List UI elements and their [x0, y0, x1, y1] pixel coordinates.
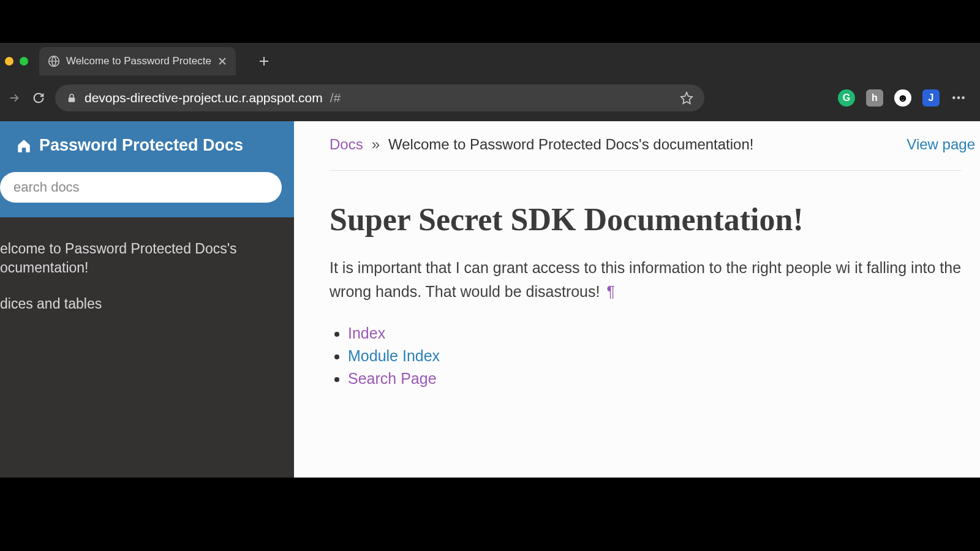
sidebar-nav: elcome to Password Protected Docs's ocum…	[0, 217, 294, 318]
sidebar-item-welcome[interactable]: elcome to Password Protected Docs's ocum…	[0, 236, 287, 282]
link-list: Index Module Index Search Page	[330, 322, 980, 390]
maximize-button[interactable]	[20, 57, 28, 66]
url-host: devops-directive-project.uc.r.appspot.co…	[85, 91, 323, 105]
close-icon[interactable]	[217, 56, 227, 66]
breadcrumb: Docs » Welcome to Password Protected Doc…	[330, 136, 980, 153]
extension-grammarly-icon[interactable]: G	[838, 89, 855, 107]
breadcrumb-separator: »	[372, 136, 380, 153]
view-page-source-link[interactable]: View page	[907, 136, 980, 153]
sidebar-item-indices[interactable]: dices and tables	[0, 291, 287, 318]
reload-icon	[32, 91, 45, 105]
breadcrumb-root[interactable]: Docs	[330, 136, 363, 153]
lock-icon	[66, 92, 77, 103]
sidebar: Password Protected Docs elcome to Passwo…	[0, 121, 294, 478]
breadcrumb-current: Welcome to Password Protected Docs's doc…	[388, 136, 753, 153]
window-controls	[0, 57, 39, 66]
reload-button[interactable]	[31, 90, 47, 106]
module-index-link[interactable]: Module Index	[348, 347, 440, 364]
tab-bar: Welcome to Password Protecte	[0, 43, 980, 80]
star-icon[interactable]	[680, 91, 693, 105]
toolbar: devops-directive-project.uc.r.appspot.co…	[0, 80, 980, 116]
arrow-right-icon	[7, 91, 21, 105]
extension-j-icon[interactable]: J	[922, 89, 940, 107]
list-item: Module Index	[348, 345, 980, 367]
sidebar-header: Password Protected Docs	[0, 121, 294, 172]
index-link[interactable]: Index	[348, 324, 385, 342]
more-extensions-icon[interactable]: •••	[951, 89, 968, 107]
sidebar-title-link[interactable]: Password Protected Docs	[16, 136, 278, 155]
sidebar-title-text: Password Protected Docs	[39, 136, 243, 155]
page-title: Super Secret SDK Documentation!	[330, 201, 980, 238]
new-tab-button[interactable]	[254, 51, 274, 71]
extension-face-icon[interactable]: ☻	[894, 89, 911, 107]
page: Password Protected Docs elcome to Passwo…	[0, 121, 980, 478]
minimize-button[interactable]	[5, 57, 13, 66]
tab-title: Welcome to Password Protecte	[66, 55, 211, 67]
divider	[330, 170, 962, 171]
home-icon	[16, 138, 32, 154]
extension-h-icon[interactable]: h	[866, 89, 883, 107]
plus-icon	[258, 55, 270, 67]
globe-icon	[48, 55, 60, 67]
address-bar[interactable]: devops-directive-project.uc.r.appspot.co…	[55, 84, 704, 111]
extension-icons: G h ☻ J •••	[838, 89, 974, 107]
intro-paragraph: It is important that I can grant access …	[330, 256, 980, 304]
browser-tab[interactable]: Welcome to Password Protecte	[39, 47, 236, 75]
search-wrap	[0, 172, 294, 217]
list-item: Index	[348, 322, 980, 345]
svg-rect-1	[69, 97, 75, 102]
browser-chrome: Welcome to Password Protecte devops-dire…	[0, 43, 980, 129]
search-input[interactable]	[0, 172, 282, 203]
forward-button[interactable]	[6, 90, 22, 106]
list-item: Search Page	[348, 367, 980, 390]
pilcrow-icon[interactable]: ¶	[606, 283, 614, 300]
content: Docs » Welcome to Password Protected Doc…	[294, 121, 980, 478]
url-path: /#	[330, 91, 341, 105]
intro-text: It is important that I can grant access …	[330, 259, 961, 300]
search-page-link[interactable]: Search Page	[348, 370, 437, 387]
